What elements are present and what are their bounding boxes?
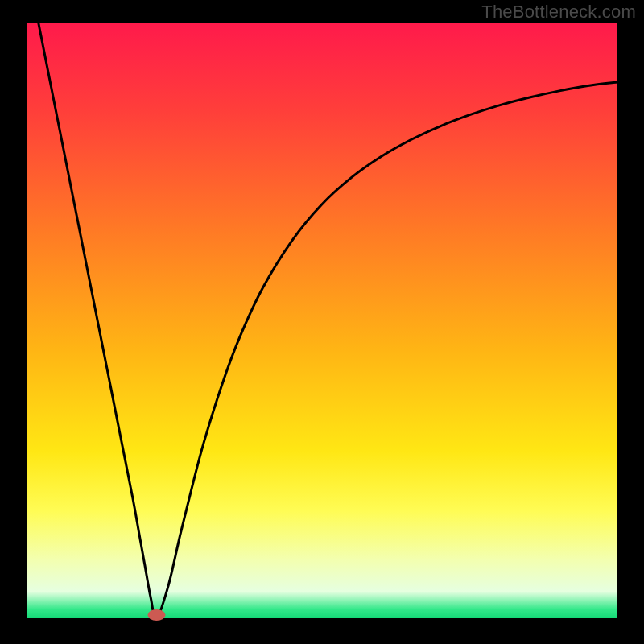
chart-plot-area bbox=[27, 23, 617, 618]
chart-frame: TheBottleneck.com bbox=[0, 0, 644, 644]
bottleneck-chart bbox=[0, 0, 644, 644]
optimal-marker bbox=[147, 609, 165, 621]
watermark-text: TheBottleneck.com bbox=[481, 2, 636, 23]
